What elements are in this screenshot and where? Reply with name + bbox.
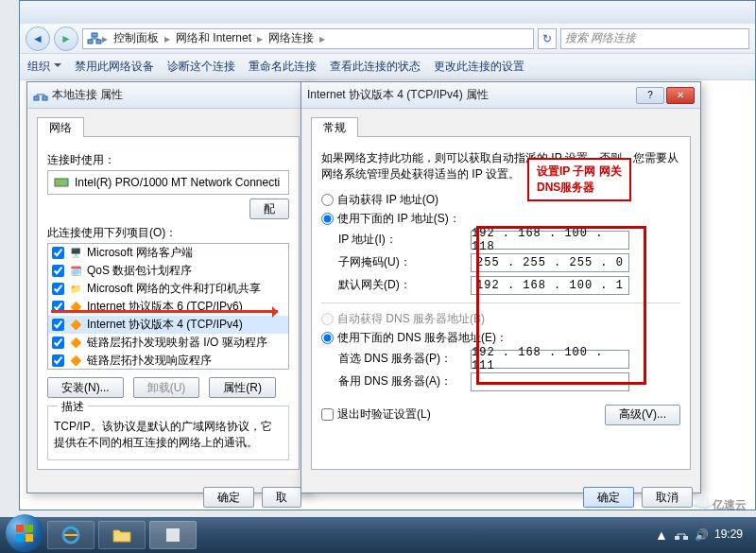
pref-dns-input[interactable]: 192 . 168 . 100 . 111 bbox=[471, 350, 629, 369]
svg-rect-10 bbox=[26, 534, 33, 542]
search-input[interactable]: 搜索 网络连接 bbox=[560, 28, 749, 49]
list-item: 🗓️QoS 数据包计划程序 bbox=[48, 262, 288, 280]
crumb-0[interactable]: 控制面板 bbox=[108, 30, 164, 46]
list-item: 🔶Internet 协议版本 4 (TCP/IPv4) bbox=[48, 316, 288, 334]
taskbar-explorer[interactable] bbox=[98, 521, 146, 549]
svg-rect-4 bbox=[43, 96, 47, 100]
item-checkbox[interactable] bbox=[52, 265, 64, 277]
items-label: 此连接使用下列项目(O)： bbox=[47, 225, 289, 241]
protocol-icon: 🔶 bbox=[68, 318, 83, 333]
gateway-label: 默认网关(D)： bbox=[338, 277, 471, 293]
ip-input[interactable]: 192 . 168 . 100 . 118 bbox=[471, 231, 629, 250]
adapter-field: Intel(R) PRO/1000 MT Network Connecti bbox=[47, 170, 289, 195]
list-item: 📁Microsoft 网络的文件和打印机共享 bbox=[48, 280, 288, 298]
item-checkbox[interactable] bbox=[52, 247, 64, 259]
toolbar-settings[interactable]: 更改此连接的设置 bbox=[434, 59, 524, 75]
lan-properties-dialog: 本地连接 属性 网络 连接时使用： Intel(R) PRO/1000 MT N… bbox=[26, 81, 310, 493]
share-icon: 📁 bbox=[68, 282, 83, 297]
alt-dns-input[interactable] bbox=[471, 372, 629, 391]
help-button[interactable]: ? bbox=[636, 87, 664, 104]
tab-general[interactable]: 常规 bbox=[311, 117, 358, 137]
network-icon bbox=[33, 88, 48, 103]
description-title: 描述 bbox=[58, 399, 88, 415]
auto-ip-radio[interactable] bbox=[321, 194, 334, 206]
ipv4-dialog-title: Internet 协议版本 4 (TCP/IPv4) 属性 bbox=[307, 87, 489, 103]
nav-back-button[interactable]: ◄ bbox=[26, 26, 50, 51]
cancel-button[interactable]: 取消 bbox=[642, 487, 693, 508]
tray-flag-icon[interactable]: ▲ bbox=[655, 527, 668, 543]
list-item: 🔶Internet 协议版本 6 (TCP/IPv6) bbox=[48, 298, 288, 316]
item-checkbox[interactable] bbox=[52, 319, 64, 331]
install-button[interactable]: 安装(N)... bbox=[47, 377, 124, 398]
use-ip-radio[interactable] bbox=[321, 213, 334, 225]
annotation-arrow bbox=[51, 310, 278, 313]
validate-checkbox[interactable] bbox=[321, 408, 334, 421]
toolbar-diagnose[interactable]: 诊断这个连接 bbox=[167, 59, 235, 75]
toolbar-organize[interactable]: 组织 bbox=[27, 59, 61, 75]
toolbar-disable[interactable]: 禁用此网络设备 bbox=[75, 59, 154, 75]
list-item: 🖥️Microsoft 网络客户端 bbox=[48, 244, 288, 262]
configure-button[interactable]: 配 bbox=[249, 199, 289, 219]
svg-rect-13 bbox=[675, 536, 679, 540]
properties-button[interactable]: 属性(R) bbox=[209, 377, 276, 398]
item-checkbox[interactable] bbox=[52, 283, 64, 295]
start-button[interactable] bbox=[6, 514, 43, 552]
components-list[interactable]: 🖥️Microsoft 网络客户端 🗓️QoS 数据包计划程序 📁Microso… bbox=[47, 243, 289, 370]
explorer-nav: ◄ ► ▸ 控制面板 ▸ 网络和 Internet ▸ 网络连接 ▸ ↻ 搜索 … bbox=[20, 24, 755, 54]
adapter-icon bbox=[54, 175, 69, 190]
tray-sound-icon[interactable]: 🔊 bbox=[695, 528, 709, 542]
description-text: TCP/IP。该协议是默认的广域网络协议，它提供在不同的相互连接的网络上的通讯。 bbox=[54, 419, 283, 451]
subnet-input[interactable]: 255 . 255 . 255 . 0 bbox=[471, 253, 629, 272]
connect-using-label: 连接时使用： bbox=[47, 152, 289, 168]
adapter-name: Intel(R) PRO/1000 MT Network Connecti bbox=[75, 176, 280, 189]
pref-dns-label: 首选 DNS 服务器(P)： bbox=[338, 351, 471, 367]
item-checkbox[interactable] bbox=[52, 354, 64, 367]
item-checkbox[interactable] bbox=[52, 337, 64, 349]
ok-button[interactable]: 确定 bbox=[583, 487, 634, 508]
auto-dns-label: 自动获得 DNS 服务器地址(B) bbox=[337, 311, 485, 327]
protocol-icon: 🔶 bbox=[68, 354, 83, 369]
svg-rect-8 bbox=[26, 525, 33, 532]
toolbar-rename[interactable]: 重命名此连接 bbox=[249, 59, 317, 75]
crumb-2[interactable]: 网络连接 bbox=[263, 30, 319, 46]
svg-rect-12 bbox=[166, 528, 180, 542]
list-item: 🔶链路层拓扑发现映射器 I/O 驱动程序 bbox=[48, 334, 288, 352]
svg-rect-6 bbox=[57, 181, 60, 184]
tray-clock[interactable]: 19:29 bbox=[714, 528, 743, 541]
svg-rect-9 bbox=[16, 534, 24, 542]
annotation-callout: 设置IP 子网 网关 DNS服务器 bbox=[527, 158, 631, 201]
ip-label: IP 地址(I)： bbox=[338, 232, 471, 248]
tray-network-icon[interactable] bbox=[674, 527, 689, 544]
auto-dns-radio bbox=[321, 313, 334, 325]
svg-rect-2 bbox=[92, 33, 97, 37]
svg-rect-0 bbox=[88, 40, 93, 43]
svg-rect-7 bbox=[16, 525, 24, 532]
toolbar-status[interactable]: 查看此连接的状态 bbox=[330, 59, 421, 75]
description-group: 描述 TCP/IP。该协议是默认的广域网络协议，它提供在不同的相互连接的网络上的… bbox=[47, 406, 289, 460]
uninstall-button: 卸载(U) bbox=[133, 377, 200, 398]
network-icon bbox=[87, 31, 102, 46]
taskbar-ie[interactable] bbox=[47, 521, 94, 549]
svg-rect-14 bbox=[683, 536, 688, 540]
chevron-down-icon bbox=[54, 63, 61, 71]
use-dns-radio[interactable] bbox=[321, 332, 334, 344]
gateway-input[interactable]: 192 . 168 . 100 . 1 bbox=[471, 276, 629, 295]
nav-forward-button[interactable]: ► bbox=[54, 26, 78, 51]
validate-label: 退出时验证设置(L) bbox=[337, 406, 431, 423]
close-button[interactable]: ✕ bbox=[666, 87, 695, 104]
taskbar-app[interactable] bbox=[149, 521, 197, 549]
refresh-button[interactable]: ↻ bbox=[538, 28, 557, 49]
advanced-button[interactable]: 高级(V)... bbox=[605, 405, 680, 425]
explorer-toolbar: 组织 禁用此网络设备 诊断这个连接 重命名此连接 查看此连接的状态 更改此连接的… bbox=[20, 54, 755, 80]
crumb-1[interactable]: 网络和 Internet bbox=[170, 30, 257, 46]
ipv4-properties-dialog: Internet 协议版本 4 (TCP/IPv4) 属性 ? ✕ 常规 如果网… bbox=[301, 81, 701, 493]
ipv4-dialog-titlebar: Internet 协议版本 4 (TCP/IPv4) 属性 ? ✕ bbox=[301, 82, 700, 109]
address-bar[interactable]: ▸ 控制面板 ▸ 网络和 Internet ▸ 网络连接 ▸ bbox=[82, 28, 534, 49]
auto-ip-label: 自动获得 IP 地址(O) bbox=[337, 192, 438, 208]
cancel-button[interactable]: 取 bbox=[262, 487, 301, 508]
svg-rect-3 bbox=[34, 96, 39, 100]
ok-button[interactable]: 确定 bbox=[203, 487, 254, 508]
lan-dialog-titlebar: 本地连接 属性 bbox=[27, 82, 309, 109]
tab-network[interactable]: 网络 bbox=[37, 117, 84, 137]
use-ip-label: 使用下面的 IP 地址(S)： bbox=[337, 211, 460, 227]
